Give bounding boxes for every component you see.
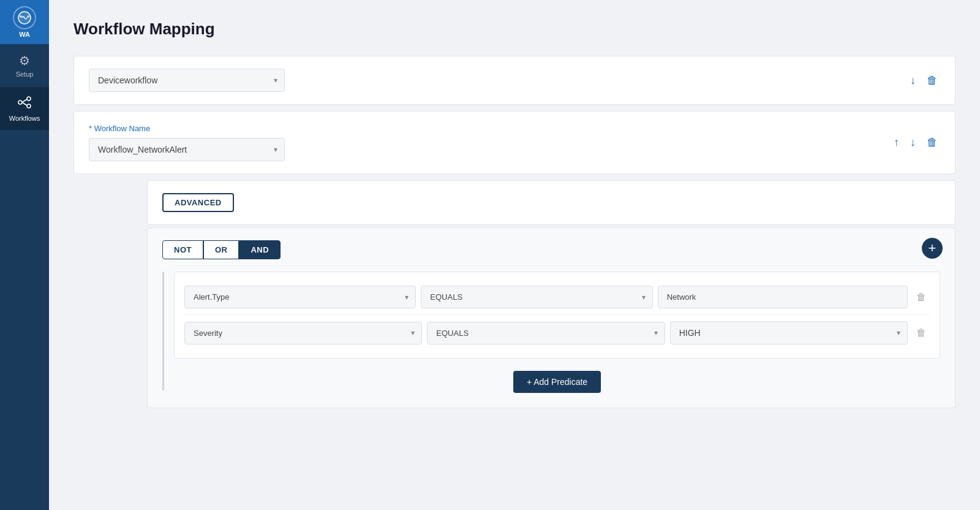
- page-title: Workflow Mapping: [74, 20, 956, 39]
- predicate-operator-select-2[interactable]: EQUALS NOT EQUALS CONTAINS: [427, 322, 665, 344]
- workflow-name-actions: ↑ ↓ 🗑: [891, 134, 940, 151]
- logic-buttons: NOT OR AND: [162, 240, 940, 259]
- top-workflow-section: Deviceworkflow ↓ 🗑: [74, 56, 956, 105]
- predicate-row: Alert.Type Severity Alert.Name Source.IP: [184, 280, 930, 314]
- predicate-operator-select-wrapper-1: EQUALS NOT EQUALS CONTAINS: [421, 286, 652, 308]
- svg-point-3: [18, 101, 22, 104]
- advanced-button[interactable]: ADVANCED: [162, 193, 234, 212]
- predicate-delete-2[interactable]: 🗑: [913, 325, 930, 341]
- top-workflow-row: Deviceworkflow ↓ 🗑: [89, 69, 940, 92]
- add-predicate-button[interactable]: + Add Predicate: [513, 371, 601, 393]
- logo-text: WA: [19, 31, 30, 38]
- deviceworkflow-select-wrapper: Deviceworkflow: [89, 69, 285, 92]
- predicate-value-select-wrapper-2: HIGH MEDIUM LOW CRITICAL: [670, 321, 908, 344]
- app-logo: WA: [0, 0, 49, 44]
- svg-point-4: [27, 97, 31, 101]
- workflow-name-section: * Workflow Name Workflow_NetworkAlert ↑ …: [74, 111, 956, 174]
- sidebar-item-label-setup: Setup: [16, 70, 34, 78]
- sidebar-item-setup[interactable]: ⚙ Setup: [0, 44, 49, 87]
- predicate-field-select-1[interactable]: Alert.Type Severity Alert.Name Source.IP: [184, 286, 416, 308]
- predicate-field-select-wrapper-1: Alert.Type Severity Alert.Name Source.IP: [184, 286, 416, 308]
- download-icon[interactable]: ↓: [908, 72, 918, 89]
- svg-point-1: [20, 15, 22, 18]
- sidebar-item-label-workflows: Workflows: [9, 115, 40, 122]
- workflow-name-select-wrapper: Workflow_NetworkAlert: [89, 138, 285, 161]
- not-button[interactable]: NOT: [162, 240, 203, 259]
- predicate-operator-select-wrapper-2: EQUALS NOT EQUALS CONTAINS: [427, 322, 665, 344]
- predicate-field-select-wrapper-2: Alert.Type Severity Alert.Name Source.IP: [184, 322, 422, 344]
- move-up-icon[interactable]: ↑: [891, 134, 902, 151]
- advanced-section: ADVANCED: [147, 180, 956, 225]
- predicates-container: Alert.Type Severity Alert.Name Source.IP: [174, 272, 940, 359]
- delete-workflow-icon[interactable]: 🗑: [924, 134, 940, 151]
- predicate-row: Alert.Type Severity Alert.Name Source.IP: [184, 314, 930, 351]
- predicate-delete-1[interactable]: 🗑: [913, 289, 930, 305]
- top-workflow-field: Deviceworkflow: [89, 69, 900, 92]
- setup-icon: ⚙: [19, 53, 30, 68]
- sidebar: WA ⚙ Setup Workflows: [0, 0, 49, 510]
- move-down-icon[interactable]: ↓: [908, 134, 918, 151]
- sidebar-item-workflows[interactable]: Workflows: [0, 87, 49, 130]
- predicate-field-select-2[interactable]: Alert.Type Severity Alert.Name Source.IP: [184, 322, 422, 344]
- logic-section: + NOT OR AND: [147, 227, 956, 408]
- workflow-name-field: * Workflow Name Workflow_NetworkAlert: [89, 124, 884, 161]
- svg-point-2: [27, 15, 29, 18]
- workflow-name-row: * Workflow Name Workflow_NetworkAlert ↑ …: [89, 124, 940, 161]
- deviceworkflow-select[interactable]: Deviceworkflow: [89, 69, 285, 92]
- workflow-name-select[interactable]: Workflow_NetworkAlert: [89, 138, 285, 161]
- predicate-value-select-2[interactable]: HIGH MEDIUM LOW CRITICAL: [670, 321, 908, 344]
- svg-point-5: [27, 104, 31, 108]
- predicate-operator-select-1[interactable]: EQUALS NOT EQUALS CONTAINS: [421, 286, 652, 308]
- and-button[interactable]: AND: [239, 240, 281, 259]
- top-workflow-actions: ↓ 🗑: [908, 72, 940, 89]
- workflows-icon: [18, 96, 31, 112]
- predicate-value-input-1[interactable]: [658, 286, 908, 308]
- delete-icon[interactable]: 🗑: [924, 72, 940, 89]
- add-group-button[interactable]: +: [922, 238, 943, 259]
- logo-icon: [13, 6, 36, 29]
- main-content: Workflow Mapping Deviceworkflow ↓ 🗑 * Wo…: [49, 0, 980, 510]
- or-button[interactable]: OR: [203, 240, 239, 259]
- workflow-name-label: * Workflow Name: [89, 124, 884, 133]
